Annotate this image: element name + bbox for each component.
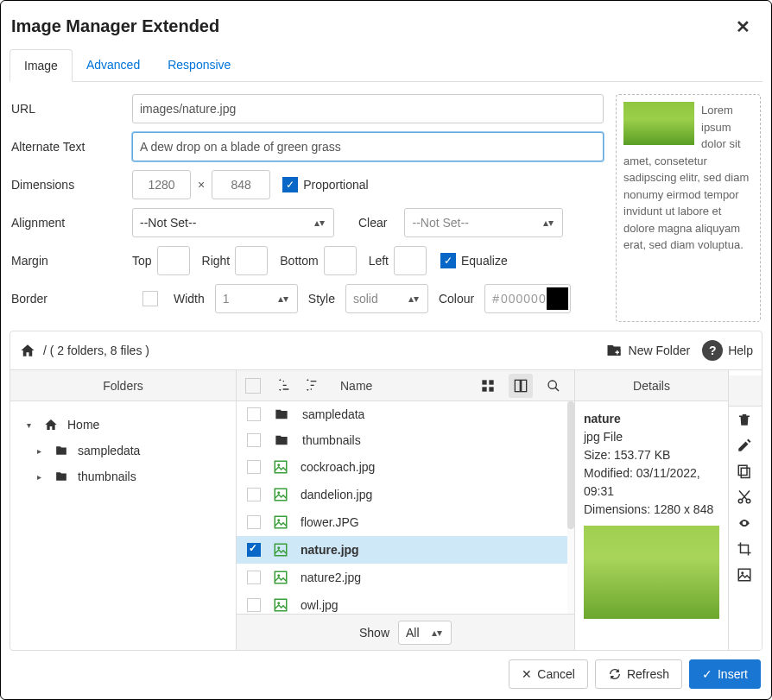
home-icon	[43, 418, 59, 432]
tab-advanced[interactable]: Advanced	[73, 49, 154, 81]
scrollbar[interactable]	[567, 401, 574, 614]
margin-bottom-input[interactable]	[324, 246, 357, 275]
insert-button[interactable]: ✓ Insert	[689, 659, 761, 689]
border-colour-input[interactable]: 000000	[501, 292, 547, 306]
file-row[interactable]: nature2.jpg	[237, 564, 574, 591]
svg-rect-6	[522, 380, 527, 391]
file-row[interactable]: dandelion.jpg	[237, 481, 574, 508]
details-header: Details	[575, 370, 728, 401]
file-checkbox[interactable]	[247, 515, 261, 529]
tree-item-home[interactable]: ▾Home	[17, 412, 229, 438]
image-file-icon	[273, 459, 288, 475]
detail-name: nature	[584, 410, 719, 428]
proportional-label: Proportional	[303, 178, 369, 192]
equalize-checkbox[interactable]: ✓	[440, 253, 456, 268]
refresh-button[interactable]: Refresh	[595, 659, 682, 689]
svg-point-27	[741, 571, 744, 574]
file-row[interactable]: owl.jpg	[237, 591, 574, 614]
grid-view-icon[interactable]	[476, 374, 500, 398]
detail-type: jpg File	[584, 428, 719, 446]
detail-size: Size: 153.77 KB	[584, 446, 719, 464]
border-enable-checkbox[interactable]	[142, 291, 158, 306]
tree-item-label: thumbnails	[78, 470, 136, 483]
tree-item-thumbnails[interactable]: ▸thumbnails	[17, 464, 229, 489]
border-width-label: Width	[174, 292, 205, 306]
svg-rect-10	[275, 489, 287, 501]
file-name: thumbnails	[302, 433, 361, 447]
file-checkbox[interactable]	[247, 460, 261, 474]
file-name: owl.jpg	[301, 598, 339, 612]
folder-icon	[54, 445, 69, 457]
view-icon[interactable]	[729, 510, 760, 536]
file-checkbox[interactable]	[247, 571, 261, 584]
file-checkbox[interactable]	[247, 433, 261, 447]
tab-image[interactable]: Image	[9, 49, 73, 82]
file-name: cockroach.jpg	[301, 460, 375, 474]
svg-rect-2	[489, 380, 493, 384]
edit-icon[interactable]	[729, 432, 760, 458]
border-style-select[interactable]: solid▴▾	[345, 284, 428, 313]
tree-item-label: sampledata	[78, 444, 140, 457]
file-name: dandelion.jpg	[301, 488, 372, 501]
alt-input[interactable]	[132, 132, 604, 161]
svg-rect-4	[489, 387, 493, 391]
file-checkbox[interactable]	[247, 407, 261, 421]
show-label: Show	[359, 626, 389, 640]
close-icon[interactable]: ✕	[732, 16, 754, 37]
caret-icon: ▸	[33, 446, 45, 456]
detail-dimensions: Dimensions: 1280 x 848	[584, 501, 719, 519]
crop-icon[interactable]	[729, 536, 760, 562]
sort-asc-icon[interactable]	[276, 379, 292, 393]
tree-item-sampledata[interactable]: ▸sampledata	[17, 438, 229, 464]
columns-view-icon[interactable]	[509, 374, 533, 398]
show-select[interactable]: All▴▾	[398, 621, 452, 645]
file-row[interactable]: nature.jpg	[237, 536, 574, 564]
margin-left-input[interactable]	[394, 246, 427, 275]
name-column-label[interactable]: Name	[340, 379, 467, 393]
folder-icon	[273, 407, 290, 421]
file-row[interactable]: thumbnails	[237, 427, 574, 453]
alignment-select[interactable]: --Not Set--▴▾	[132, 208, 334, 237]
help-icon: ?	[702, 340, 723, 361]
cut-icon[interactable]	[729, 484, 760, 510]
clear-select[interactable]: --Not Set--▴▾	[404, 208, 563, 237]
border-width-select[interactable]: 1▴▾	[215, 284, 298, 313]
image-icon[interactable]	[729, 562, 760, 588]
tab-responsive[interactable]: Responsive	[154, 49, 244, 81]
margin-top-input[interactable]	[157, 246, 190, 275]
cancel-button[interactable]: ✕ Cancel	[509, 659, 588, 689]
delete-icon[interactable]	[729, 407, 760, 432]
file-name: nature2.jpg	[301, 571, 361, 584]
margin-right-input[interactable]	[235, 246, 268, 275]
detail-modified: Modified: 03/11/2022, 09:31	[584, 464, 719, 501]
refresh-icon	[608, 667, 622, 681]
file-row[interactable]: flower.JPG	[237, 508, 574, 536]
proportional-checkbox[interactable]: ✓	[282, 177, 298, 192]
height-input[interactable]	[212, 170, 270, 199]
width-input[interactable]	[132, 170, 191, 199]
file-checkbox[interactable]	[247, 543, 261, 557]
preview-image	[623, 102, 694, 145]
cancel-icon: ✕	[522, 667, 532, 681]
help-button[interactable]: ? Help	[702, 340, 753, 361]
home-icon[interactable]	[19, 343, 36, 358]
svg-point-17	[277, 574, 280, 577]
breadcrumb: / ( 2 folders, 8 files )	[43, 344, 149, 357]
margin-left-label: Left	[369, 254, 389, 268]
file-row[interactable]: cockroach.jpg	[237, 453, 574, 481]
image-file-icon	[273, 570, 288, 585]
new-folder-button[interactable]: New Folder	[604, 343, 691, 358]
caret-icon: ▾	[22, 420, 35, 430]
svg-point-15	[277, 546, 280, 549]
url-input[interactable]	[132, 94, 604, 123]
sort-desc-icon[interactable]	[304, 379, 320, 393]
copy-icon[interactable]	[729, 458, 760, 484]
svg-rect-3	[482, 387, 486, 391]
folder-icon	[54, 470, 69, 482]
file-checkbox[interactable]	[247, 598, 261, 612]
file-checkbox[interactable]	[247, 488, 261, 501]
select-all-checkbox[interactable]	[245, 378, 261, 394]
colour-swatch[interactable]	[547, 287, 568, 310]
search-icon[interactable]	[541, 374, 566, 398]
file-row[interactable]: sampledata	[237, 401, 574, 427]
